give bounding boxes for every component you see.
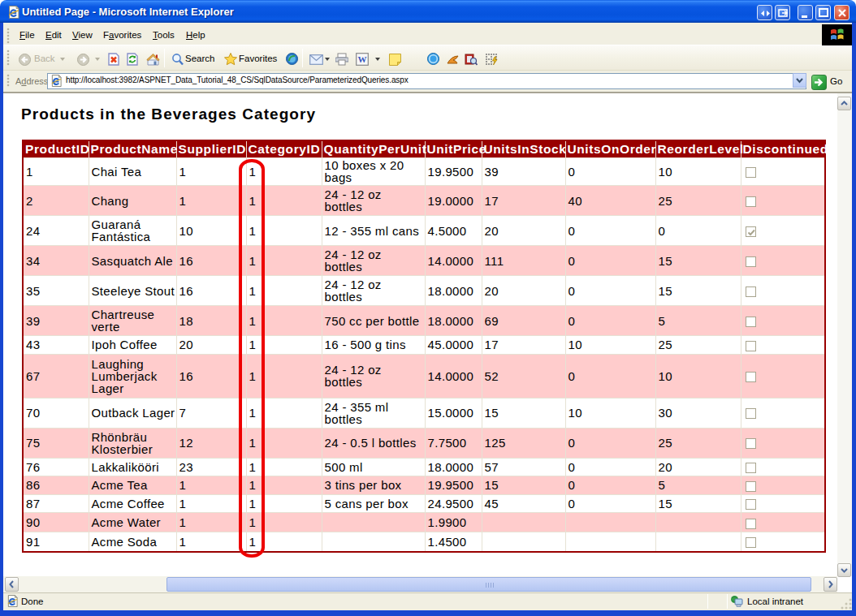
svg-text:W: W <box>358 54 367 64</box>
